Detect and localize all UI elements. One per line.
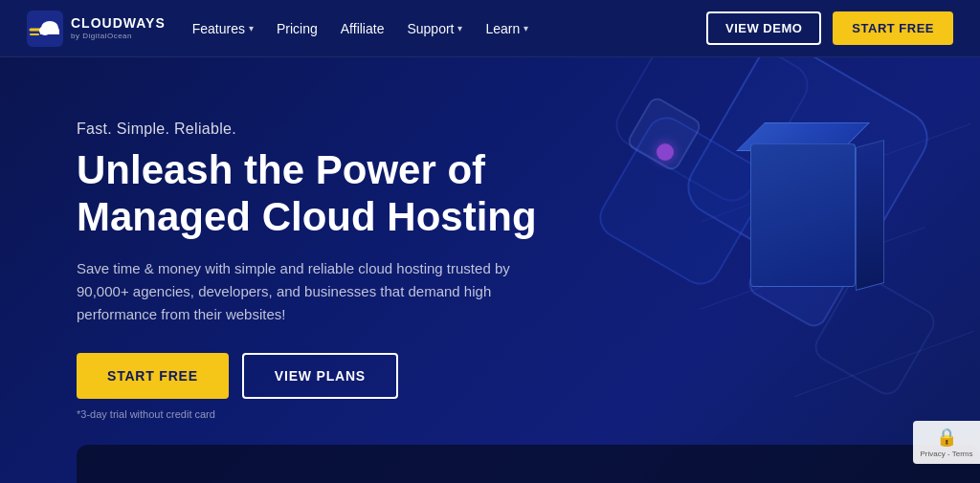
hex-medium xyxy=(591,109,774,292)
hero-title: Unleash the Power of Managed Cloud Hosti… xyxy=(77,147,537,240)
svg-rect-6 xyxy=(40,31,59,34)
bottom-bar xyxy=(77,445,980,483)
recaptcha-text: Privacy - Terms xyxy=(921,450,973,458)
line-decoration xyxy=(794,331,974,397)
hex-small xyxy=(745,214,862,332)
nav-support[interactable]: Support ▾ xyxy=(407,21,462,36)
hero-section: Fast. Simple. Reliable. Unleash the Powe… xyxy=(0,57,980,483)
line-decoration xyxy=(702,123,971,223)
hero-trial-note: *3-day trial without credit card xyxy=(77,408,537,420)
hero-title-line1: Unleash the Power of xyxy=(77,147,485,192)
server-front-face xyxy=(750,143,856,287)
logo[interactable]: CLOUDWAYS by DigitalOcean xyxy=(27,11,166,47)
hero-description: Save time & money with simple and reliab… xyxy=(77,257,536,326)
dot-accent xyxy=(657,143,674,161)
nav-learn[interactable]: Learn ▾ xyxy=(485,21,528,36)
start-free-nav-button[interactable]: START FREE xyxy=(833,11,953,45)
hero-title-line2: Managed Cloud Hosting xyxy=(77,194,537,239)
hex-large xyxy=(677,57,938,294)
chevron-down-icon: ▾ xyxy=(523,23,528,33)
view-demo-button[interactable]: VIEW DEMO xyxy=(706,11,821,45)
brand-sub: by DigitalOcean xyxy=(71,32,166,40)
hero-content: Fast. Simple. Reliable. Unleash the Powe… xyxy=(0,121,537,420)
hex-tiny xyxy=(625,95,703,173)
server-side-face xyxy=(856,140,884,291)
navigation: CLOUDWAYS by DigitalOcean Features ▾ Pri… xyxy=(0,0,980,57)
server-top-face xyxy=(736,122,870,151)
brand-name: CLOUDWAYS xyxy=(71,16,166,31)
bg-decoration xyxy=(482,57,980,483)
nav-links: Features ▾ Pricing Affiliate Support ▾ L… xyxy=(192,21,706,36)
recaptcha-badge: 🔒 Privacy - Terms xyxy=(913,421,980,464)
nav-features[interactable]: Features ▾ xyxy=(192,21,254,36)
chevron-down-icon: ▾ xyxy=(249,23,254,33)
hex-outline xyxy=(608,57,817,209)
line-decoration xyxy=(700,227,924,309)
server-illustration xyxy=(722,115,875,306)
hex-outline xyxy=(810,270,941,401)
nav-pricing[interactable]: Pricing xyxy=(277,21,318,36)
nav-actions: VIEW DEMO START FREE xyxy=(706,11,953,45)
nav-affiliate[interactable]: Affiliate xyxy=(341,21,385,36)
hero-tagline: Fast. Simple. Reliable. xyxy=(77,121,537,138)
start-free-hero-button[interactable]: START FREE xyxy=(77,353,229,399)
chevron-down-icon: ▾ xyxy=(457,23,462,33)
recaptcha-icon: 🔒 xyxy=(919,427,974,448)
view-plans-button[interactable]: VIEW PLANS xyxy=(242,353,398,399)
hero-buttons: START FREE VIEW PLANS xyxy=(77,353,537,399)
